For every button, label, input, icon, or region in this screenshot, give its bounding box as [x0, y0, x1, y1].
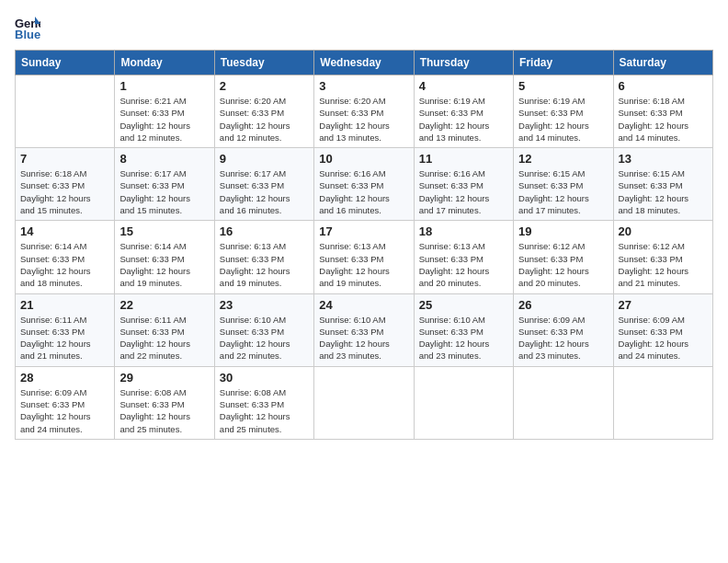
day-info: Sunrise: 6:12 AMSunset: 6:33 PMDaylight:… [518, 240, 608, 289]
calendar-cell: 20Sunrise: 6:12 AMSunset: 6:33 PMDayligh… [613, 221, 712, 293]
day-info: Sunrise: 6:15 AMSunset: 6:33 PMDaylight:… [518, 167, 608, 216]
day-number: 6 [619, 79, 708, 93]
calendar-cell [514, 366, 613, 439]
day-number: 29 [119, 371, 209, 385]
calendar-cell: 30Sunrise: 6:08 AMSunset: 6:33 PMDayligh… [214, 366, 313, 439]
calendar-cell: 15Sunrise: 6:14 AMSunset: 6:33 PMDayligh… [115, 221, 214, 293]
day-info: Sunrise: 6:11 AMSunset: 6:33 PMDaylight:… [119, 314, 209, 362]
day-info: Sunrise: 6:16 AMSunset: 6:33 PMDaylight:… [319, 167, 408, 216]
svg-text:Blue: Blue [15, 28, 40, 40]
day-info: Sunrise: 6:10 AMSunset: 6:33 PMDaylight:… [419, 314, 508, 362]
day-info: Sunrise: 6:16 AMSunset: 6:33 PMDaylight:… [419, 167, 508, 216]
day-header-saturday: Saturday [613, 51, 712, 75]
calendar-cell: 28Sunrise: 6:09 AMSunset: 6:33 PMDayligh… [16, 366, 115, 439]
day-info: Sunrise: 6:08 AMSunset: 6:33 PMDaylight:… [119, 386, 209, 435]
day-number: 19 [518, 224, 608, 238]
calendar-cell: 12Sunrise: 6:15 AMSunset: 6:33 PMDayligh… [514, 148, 613, 221]
day-number: 26 [518, 298, 608, 312]
day-number: 3 [319, 79, 408, 93]
day-info: Sunrise: 6:15 AMSunset: 6:33 PMDaylight:… [619, 167, 708, 216]
day-info: Sunrise: 6:09 AMSunset: 6:33 PMDaylight:… [20, 386, 109, 435]
day-number: 23 [220, 298, 309, 312]
day-number: 25 [419, 298, 508, 312]
day-number: 17 [319, 224, 408, 238]
day-header-friday: Friday [514, 51, 613, 75]
day-number: 10 [319, 152, 408, 166]
day-info: Sunrise: 6:08 AMSunset: 6:33 PMDaylight:… [220, 386, 309, 435]
calendar-cell [613, 366, 712, 439]
day-info: Sunrise: 6:19 AMSunset: 6:33 PMDaylight:… [518, 95, 608, 144]
day-number: 27 [619, 298, 708, 312]
day-info: Sunrise: 6:09 AMSunset: 6:33 PMDaylight:… [619, 314, 708, 362]
day-number: 15 [119, 224, 209, 238]
week-row-2: 7Sunrise: 6:18 AMSunset: 6:33 PMDaylight… [16, 148, 713, 221]
day-number: 2 [220, 79, 309, 93]
day-info: Sunrise: 6:17 AMSunset: 6:33 PMDaylight:… [220, 167, 309, 216]
day-header-sunday: Sunday [16, 51, 115, 75]
calendar-cell: 17Sunrise: 6:13 AMSunset: 6:33 PMDayligh… [314, 221, 414, 293]
day-header-thursday: Thursday [414, 51, 513, 75]
week-row-4: 21Sunrise: 6:11 AMSunset: 6:33 PMDayligh… [16, 293, 713, 366]
calendar-table: SundayMondayTuesdayWednesdayThursdayFrid… [15, 50, 713, 440]
calendar-cell: 2Sunrise: 6:20 AMSunset: 6:33 PMDaylight… [214, 75, 313, 148]
day-number: 14 [20, 224, 109, 238]
day-header-tuesday: Tuesday [214, 51, 313, 75]
day-number: 12 [518, 152, 608, 166]
day-info: Sunrise: 6:10 AMSunset: 6:33 PMDaylight:… [220, 314, 309, 362]
day-number: 1 [119, 79, 209, 93]
day-header-wednesday: Wednesday [314, 51, 414, 75]
day-info: Sunrise: 6:18 AMSunset: 6:33 PMDaylight:… [20, 167, 109, 216]
calendar-cell: 23Sunrise: 6:10 AMSunset: 6:33 PMDayligh… [214, 293, 313, 366]
day-info: Sunrise: 6:18 AMSunset: 6:33 PMDaylight:… [619, 95, 708, 144]
day-info: Sunrise: 6:13 AMSunset: 6:33 PMDaylight:… [220, 240, 309, 289]
day-number: 28 [20, 371, 109, 385]
calendar-cell: 8Sunrise: 6:17 AMSunset: 6:33 PMDaylight… [115, 148, 214, 221]
calendar-cell: 16Sunrise: 6:13 AMSunset: 6:33 PMDayligh… [214, 221, 313, 293]
calendar-cell: 18Sunrise: 6:13 AMSunset: 6:33 PMDayligh… [414, 221, 513, 293]
calendar-cell: 14Sunrise: 6:14 AMSunset: 6:33 PMDayligh… [16, 221, 115, 293]
day-number: 13 [619, 152, 708, 166]
day-number: 11 [419, 152, 508, 166]
day-header-monday: Monday [115, 51, 214, 75]
calendar-cell: 6Sunrise: 6:18 AMSunset: 6:33 PMDaylight… [613, 75, 712, 148]
calendar-cell: 3Sunrise: 6:20 AMSunset: 6:33 PMDaylight… [314, 75, 414, 148]
day-number: 18 [419, 224, 508, 238]
calendar-cell: 25Sunrise: 6:10 AMSunset: 6:33 PMDayligh… [414, 293, 513, 366]
calendar-cell: 9Sunrise: 6:17 AMSunset: 6:33 PMDaylight… [214, 148, 313, 221]
calendar-cell [16, 75, 115, 148]
day-number: 22 [119, 298, 209, 312]
calendar-cell: 1Sunrise: 6:21 AMSunset: 6:33 PMDaylight… [115, 75, 214, 148]
day-number: 7 [20, 152, 109, 166]
calendar-cell: 19Sunrise: 6:12 AMSunset: 6:33 PMDayligh… [514, 221, 613, 293]
day-number: 9 [220, 152, 309, 166]
calendar-cell: 11Sunrise: 6:16 AMSunset: 6:33 PMDayligh… [414, 148, 513, 221]
day-info: Sunrise: 6:14 AMSunset: 6:33 PMDaylight:… [119, 240, 209, 289]
logo-icon: General Blue [15, 15, 40, 40]
calendar-cell [314, 366, 414, 439]
day-number: 21 [20, 298, 109, 312]
day-info: Sunrise: 6:20 AMSunset: 6:33 PMDaylight:… [220, 95, 309, 144]
week-row-1: 1Sunrise: 6:21 AMSunset: 6:33 PMDaylight… [16, 75, 713, 148]
calendar-cell: 4Sunrise: 6:19 AMSunset: 6:33 PMDaylight… [414, 75, 513, 148]
day-number: 8 [119, 152, 209, 166]
day-info: Sunrise: 6:20 AMSunset: 6:33 PMDaylight:… [319, 95, 408, 144]
day-info: Sunrise: 6:12 AMSunset: 6:33 PMDaylight:… [619, 240, 708, 289]
day-info: Sunrise: 6:17 AMSunset: 6:33 PMDaylight:… [119, 167, 209, 216]
logo: General Blue [15, 15, 44, 40]
calendar-cell: 21Sunrise: 6:11 AMSunset: 6:33 PMDayligh… [16, 293, 115, 366]
day-info: Sunrise: 6:11 AMSunset: 6:33 PMDaylight:… [20, 314, 109, 362]
calendar-cell: 24Sunrise: 6:10 AMSunset: 6:33 PMDayligh… [314, 293, 414, 366]
day-info: Sunrise: 6:19 AMSunset: 6:33 PMDaylight:… [419, 95, 508, 144]
week-row-5: 28Sunrise: 6:09 AMSunset: 6:33 PMDayligh… [16, 366, 713, 439]
week-row-3: 14Sunrise: 6:14 AMSunset: 6:33 PMDayligh… [16, 221, 713, 293]
day-info: Sunrise: 6:13 AMSunset: 6:33 PMDaylight:… [319, 240, 408, 289]
calendar-cell [414, 366, 513, 439]
day-number: 4 [419, 79, 508, 93]
day-info: Sunrise: 6:09 AMSunset: 6:33 PMDaylight:… [518, 314, 608, 362]
calendar-cell: 10Sunrise: 6:16 AMSunset: 6:33 PMDayligh… [314, 148, 414, 221]
calendar-cell: 22Sunrise: 6:11 AMSunset: 6:33 PMDayligh… [115, 293, 214, 366]
calendar-cell: 26Sunrise: 6:09 AMSunset: 6:33 PMDayligh… [514, 293, 613, 366]
day-number: 5 [518, 79, 608, 93]
day-number: 24 [319, 298, 408, 312]
calendar-cell: 27Sunrise: 6:09 AMSunset: 6:33 PMDayligh… [613, 293, 712, 366]
